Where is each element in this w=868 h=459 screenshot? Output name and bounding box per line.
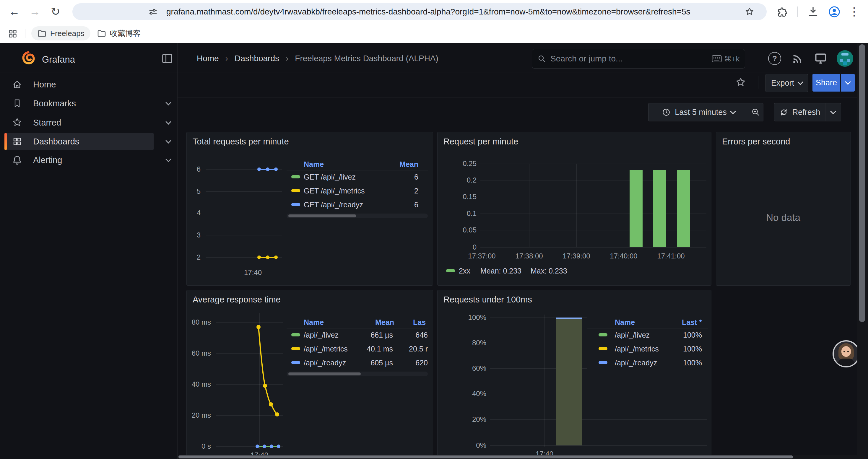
time-range-picker[interactable]: Last 5 minutes xyxy=(648,103,749,121)
kiosk-monitor-icon[interactable] xyxy=(814,52,827,65)
zoom-out-button[interactable] xyxy=(748,103,764,121)
chevron-down-icon[interactable] xyxy=(165,138,172,143)
legend-row-label[interactable]: /api/_/livez xyxy=(304,331,339,339)
profile-icon[interactable] xyxy=(828,5,841,18)
sidebar-item-alerting[interactable]: Alerting xyxy=(4,152,154,169)
toolbar-separator xyxy=(797,6,798,17)
legend-row-label[interactable]: /api/_/livez xyxy=(615,331,650,339)
browser-menu-icon[interactable]: ⋮ xyxy=(847,0,862,23)
legend-row-value: 6 xyxy=(414,201,418,209)
chevron-down-icon[interactable] xyxy=(165,100,172,105)
bookmark-star-icon[interactable] xyxy=(745,7,754,17)
y-tick: 20% xyxy=(472,415,486,424)
series-swatch xyxy=(598,347,608,350)
legend-header-last[interactable]: Las xyxy=(413,318,426,327)
horizontal-scrollbar[interactable] xyxy=(178,455,857,459)
extensions-icon[interactable] xyxy=(776,6,787,18)
reload-icon[interactable]: ↻ xyxy=(47,0,64,23)
active-accent-bar xyxy=(4,133,7,150)
chevron-down-icon[interactable] xyxy=(165,119,172,125)
back-icon[interactable]: ← xyxy=(5,0,23,23)
header-divider xyxy=(0,72,868,72)
legend-row-label[interactable]: /api/_/metrics xyxy=(615,345,659,353)
y-tick: 0.1 xyxy=(467,209,476,218)
sidebar-toggle-icon[interactable] xyxy=(162,54,173,63)
legend-row-last: 646 xyxy=(402,331,428,339)
sidebar-item-home[interactable]: Home xyxy=(4,76,154,93)
y-tick: 0.05 xyxy=(463,226,476,234)
vertical-scrollbar[interactable] xyxy=(857,43,868,459)
share-button[interactable]: Share xyxy=(812,74,840,92)
keyboard-icon xyxy=(712,55,722,62)
panel-title[interactable]: Errors per second xyxy=(722,137,790,146)
legend-header-mean[interactable]: Mean xyxy=(399,160,418,169)
legend-header-last[interactable]: Last * xyxy=(682,318,702,327)
y-tick: 100% xyxy=(468,314,486,322)
legend-scrollbar[interactable] xyxy=(286,214,428,218)
forward-icon[interactable]: → xyxy=(26,0,44,23)
user-avatar[interactable] xyxy=(837,50,853,67)
grafana-logo[interactable] xyxy=(21,51,35,65)
y-tick: 0% xyxy=(476,441,486,450)
vertical-scrollbar-thumb[interactable] xyxy=(859,44,865,322)
zoom-out-icon xyxy=(751,108,760,117)
breadcrumb-dashboards[interactable]: Dashboards xyxy=(235,54,279,63)
address-bar[interactable]: grafana.mathmast.com/d/deytv4rwavabkb/fr… xyxy=(72,3,767,20)
site-settings-icon[interactable] xyxy=(149,7,157,16)
legend-row-label[interactable]: /api/_/readyz xyxy=(304,359,346,367)
legend-row-label[interactable]: GET /api/_/readyz xyxy=(304,201,363,209)
series-swatch xyxy=(598,361,608,364)
actions-separator xyxy=(758,76,758,89)
apps-grid-icon[interactable] xyxy=(8,29,18,39)
legend-row-value: 100% xyxy=(683,345,702,353)
share-dropdown-button[interactable] xyxy=(841,74,855,92)
download-icon[interactable] xyxy=(807,6,819,18)
legend-row-label[interactable]: GET /api/_/metrics xyxy=(304,187,365,195)
bookmark-label: Freeleaps xyxy=(50,29,85,38)
panel-title[interactable]: Request per minute xyxy=(443,137,518,146)
legend-row-label[interactable]: GET /api/_/livez xyxy=(304,173,356,182)
legend-row-label[interactable]: /api/_/metrics xyxy=(304,345,348,353)
bar-2xx xyxy=(653,170,666,247)
legend-header-name[interactable]: Name xyxy=(304,160,324,169)
x-tick: 17:41:00 xyxy=(657,252,685,260)
bell-icon xyxy=(12,155,23,165)
search-input[interactable]: Search or jump to... ⌘+k xyxy=(532,49,745,68)
legend-row-label[interactable]: /api/_/readyz xyxy=(615,359,657,367)
bookmark-folder-blogs[interactable]: 收藏博客 xyxy=(91,26,147,40)
star-icon xyxy=(12,117,23,128)
sidebar-item-dashboards[interactable]: Dashboards xyxy=(4,133,154,150)
y-tick: 40% xyxy=(472,390,486,398)
sidebar-item-starred[interactable]: Starred xyxy=(4,114,154,131)
breadcrumb-sep-icon: › xyxy=(225,54,228,63)
help-icon[interactable]: ? xyxy=(767,51,782,66)
series-swatch xyxy=(598,333,608,336)
favorite-star-icon[interactable] xyxy=(735,77,746,88)
horizontal-scrollbar-thumb[interactable] xyxy=(179,455,793,458)
bookmarks-separator xyxy=(25,29,25,38)
bookmark-label: 收藏博客 xyxy=(110,28,141,39)
legend-header-mean[interactable]: Mean xyxy=(375,318,394,327)
y-tick: 0 xyxy=(473,243,476,251)
refresh-button[interactable]: Refresh xyxy=(774,103,826,121)
bookmark-folder-freeleaps[interactable]: Freeleaps xyxy=(31,26,90,40)
export-button[interactable]: Export xyxy=(766,74,808,92)
bookmark-icon xyxy=(12,98,23,109)
refresh-interval-dropdown[interactable] xyxy=(825,103,841,121)
panel-title[interactable]: Requests under 100ms xyxy=(443,295,532,304)
dashboards-grid-icon xyxy=(12,136,23,147)
legend-scrollbar[interactable] xyxy=(286,371,428,376)
x-tick: 17:40:00 xyxy=(610,252,637,260)
breadcrumb-home[interactable]: Home xyxy=(197,54,219,63)
news-rss-icon[interactable] xyxy=(791,52,804,65)
chevron-down-icon xyxy=(730,108,736,114)
legend-series-label[interactable]: 2xx xyxy=(459,267,470,275)
breadcrumb-current: Freeleaps Metrics Dashboard (ALPHA) xyxy=(295,54,438,63)
legend-header-name[interactable]: Name xyxy=(304,318,324,327)
sidebar-item-bookmarks[interactable]: Bookmarks xyxy=(4,95,154,112)
legend-header-name[interactable]: Name xyxy=(615,318,635,327)
series-swatch xyxy=(291,175,300,178)
legend-row-value: 6 xyxy=(414,173,418,182)
floating-assistant-avatar[interactable] xyxy=(833,340,860,367)
chevron-down-icon[interactable] xyxy=(165,156,172,162)
